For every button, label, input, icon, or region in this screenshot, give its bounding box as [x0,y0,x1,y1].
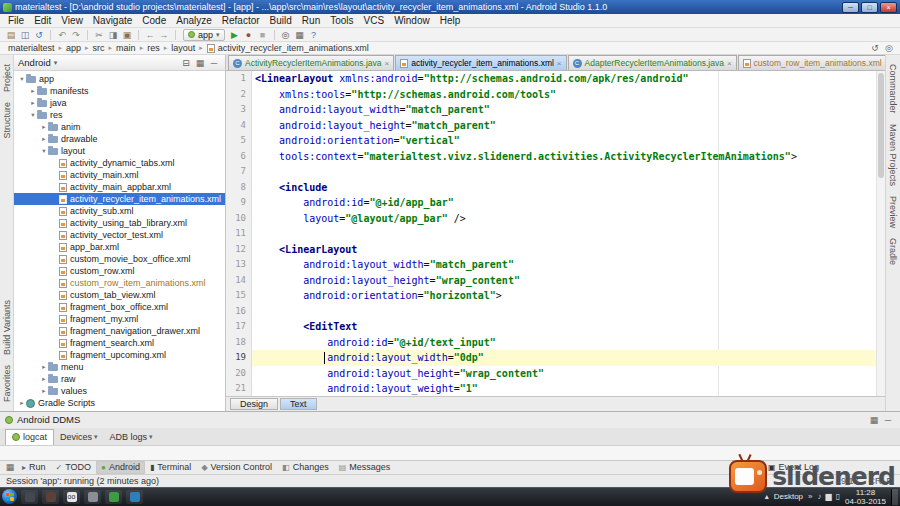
code-line[interactable]: android:layout_width="match_parent" [255,257,876,273]
tree-item-app-bar-xml[interactable]: app_bar.xml [14,241,225,253]
battery-icon[interactable]: ▯ [836,492,840,501]
tree-item-activity-sub-xml[interactable]: activity_sub.xml [14,205,225,217]
code-line[interactable]: <LinearLayout xmlns:android="http://sche… [255,71,876,87]
taskbar-app-icon-6[interactable] [126,490,143,504]
code-line[interactable]: android:layout_height="wrap_content" [255,366,876,382]
search-icon[interactable]: ◎ [279,29,293,41]
tree-item-values[interactable]: ▸values [14,385,225,397]
code-line[interactable]: <LinearLayout [255,242,876,258]
redo-icon[interactable]: ↷ [69,29,83,41]
dock-button-structure[interactable]: Structure [2,102,12,139]
breadcrumb-item-src[interactable]: src [91,43,107,53]
tree-item-fragment-box-office-xml[interactable]: fragment_box_office.xml [14,301,225,313]
tool-window-button-run[interactable]: ▸Run [17,461,51,474]
code-line[interactable]: android:orientation="horizontal"> [255,288,876,304]
menu-item-analyze[interactable]: Analyze [171,15,217,26]
menu-item-edit[interactable]: Edit [29,15,56,26]
tree-item-fragment-search-xml[interactable]: fragment_search.xml [14,337,225,349]
tool-window-button-terminal[interactable]: ▮Terminal [145,461,196,474]
dock-button-gradle[interactable]: Gradle [888,238,898,265]
scrollbar-thumb[interactable] [878,73,884,178]
sync-icon[interactable]: ↺ [32,29,46,41]
collapsed-arrow-icon[interactable]: ▸ [29,99,37,107]
code-area[interactable]: 123456789101112131415161718192021 <Linea… [226,71,885,396]
tree-item-activity-vector-test-xml[interactable]: activity_vector_test.xml [14,229,225,241]
cut-icon[interactable]: ✂ [92,29,106,41]
close-tab-icon[interactable]: × [727,59,732,68]
maximize-button[interactable]: □ [861,2,878,13]
menu-item-help[interactable]: Help [435,15,466,26]
tool-window-button-messages[interactable]: ▤Messages [334,461,396,474]
close-tab-icon[interactable]: × [557,59,562,68]
tree-item-activity-dynamic-tabs-xml[interactable]: activity_dynamic_tabs.xml [14,157,225,169]
collapsed-arrow-icon[interactable]: ▸ [29,87,37,95]
editor-tab-custom-row-item-animations-xml[interactable]: custom_row_item_animations.xml× [738,55,885,70]
menu-item-file[interactable]: File [3,15,29,26]
close-button[interactable]: × [880,2,897,13]
tree-item-activity-recycler-item-animations-xml[interactable]: activity_recycler_item_animations.xml [14,193,225,205]
code-line[interactable] [255,226,876,242]
tree-item-res[interactable]: ▾res [14,109,225,121]
tool-window-button-version-control[interactable]: ◆Version Control [196,461,277,474]
run-icon[interactable]: ▶ [228,29,242,41]
menu-item-view[interactable]: View [56,15,88,26]
menu-item-window[interactable]: Window [389,15,435,26]
copy-icon[interactable]: ◨ [106,29,120,41]
taskbar-app-icon-1[interactable] [21,490,38,504]
desktop-toolbar-label[interactable]: Desktop [774,492,803,501]
tree-item-custom-tab-view-xml[interactable]: custom_tab_view.xml [14,289,225,301]
help-icon[interactable]: ? [307,29,321,41]
breadcrumb-item-activity-recycler-item-animations-xml[interactable]: activity_recycler_item_animations.xml [205,43,371,53]
run-config-selector[interactable]: app▾ [183,29,225,41]
menu-item-refactor[interactable]: Refactor [217,15,265,26]
tree-item-fragment-upcoming-xml[interactable]: fragment_upcoming.xml [14,349,225,361]
taskbar-app-icon-2[interactable] [42,490,59,504]
tree-item-activity-main-appbar-xml[interactable]: activity_main_appbar.xml [14,181,225,193]
code-line[interactable]: android:layout_weight="1" [255,381,876,396]
tool-window-button-changes[interactable]: ◧Changes [277,461,334,474]
taskbar-app-icon-3[interactable]: oo [63,490,80,504]
tree-item-anim[interactable]: ▸anim [14,121,225,133]
code-line[interactable]: tools:context="materialtest.vivz.slidene… [255,149,876,165]
tree-item-java[interactable]: ▸java [14,97,225,109]
editor-scrollbar[interactable] [876,71,885,396]
settings-icon[interactable]: ▦ [293,29,307,41]
code-line[interactable]: android:layout_width="match_parent" [255,102,876,118]
tree-item-drawable[interactable]: ▸drawable [14,133,225,145]
code-line[interactable]: android:layout_height="wrap_content" [255,273,876,289]
breadcrumb-item-main[interactable]: main [114,43,138,53]
dock-button-commander[interactable]: Commander [888,64,898,114]
taskbar-app-icon-4[interactable] [84,490,101,504]
debug-icon[interactable]: ● [242,29,256,41]
back-icon[interactable]: ← [143,29,157,41]
code-line[interactable]: android:layout_height="match_parent" [255,118,876,134]
tool-window-button-android[interactable]: ●Android [96,461,145,474]
minimize-button[interactable]: ─ [842,2,859,13]
history-icon[interactable]: ↺ [868,42,882,54]
tree-item-layout[interactable]: ▾layout [14,145,225,157]
undo-icon[interactable]: ↶ [55,29,69,41]
settings-icon[interactable]: ▦ [193,57,207,69]
code-lines[interactable]: <LinearLayout xmlns:android="http://sche… [252,71,876,396]
breadcrumb-item-app[interactable]: app [64,43,83,53]
editor-mode-tab-text[interactable]: Text [280,398,317,410]
code-line[interactable] [255,164,876,180]
menu-item-code[interactable]: Code [137,15,171,26]
tree-item-gradle-scripts[interactable]: ▸Gradle Scripts [14,397,225,409]
code-line[interactable]: android:orientation="vertical" [255,133,876,149]
tree-item-custom-row-xml[interactable]: custom_row.xml [14,265,225,277]
collapsed-arrow-icon[interactable]: ▸ [40,123,48,131]
menu-item-run[interactable]: Run [297,15,325,26]
dock-button-favorites[interactable]: Favorites [2,365,12,402]
start-button[interactable] [2,489,17,504]
breadcrumb-item-layout[interactable]: layout [169,43,197,53]
hide-panel-icon[interactable]: ─ [207,57,221,69]
project-view-selector[interactable]: Android ▾ [18,57,57,68]
dock-button-maven-projects[interactable]: Maven Projects [888,124,898,186]
forward-icon[interactable]: → [157,29,171,41]
paste-icon[interactable]: ▣ [120,29,134,41]
editor-tab-activity-recycler-item-animations-xml[interactable]: activity_recycler_item_animations.xml× [395,55,566,70]
search-icon[interactable]: ◎ [882,42,896,54]
editor-tab-adapterrecycleritemanimations-java[interactable]: CAdapterRecyclerItemAnimations.java× [568,55,737,70]
tree-item-fragment-my-xml[interactable]: fragment_my.xml [14,313,225,325]
